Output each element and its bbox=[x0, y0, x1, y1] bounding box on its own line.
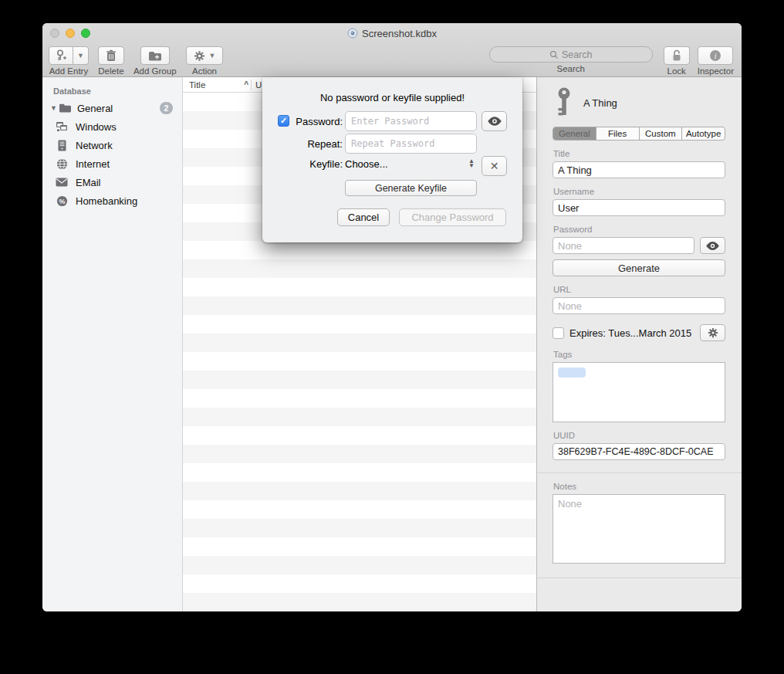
generate-keyfile-button[interactable]: Generate Keyfile bbox=[345, 180, 477, 196]
column-username-label: U bbox=[255, 80, 262, 90]
dialog-repeat-field[interactable] bbox=[345, 134, 477, 154]
title-field[interactable] bbox=[553, 161, 725, 178]
inspector-item: i Inspector bbox=[698, 46, 734, 76]
notes-placeholder: None bbox=[558, 498, 582, 510]
eye-icon bbox=[705, 241, 720, 251]
zoom-button[interactable] bbox=[81, 29, 90, 38]
add-group-label: Add Group bbox=[133, 66, 177, 76]
add-entry-item: ▼ Add Entry bbox=[49, 46, 89, 76]
clear-keyfile-button[interactable]: ✕ bbox=[482, 156, 507, 176]
sidebar-item-internet[interactable]: Internet bbox=[42, 154, 182, 173]
sidebar-item-network[interactable]: Network bbox=[42, 136, 182, 154]
folder-plus-icon bbox=[148, 50, 162, 62]
change-password-sheet: No password or keyfile supplied! ✓ Passw… bbox=[262, 77, 522, 242]
close-icon: ✕ bbox=[490, 160, 499, 172]
column-header-title[interactable]: Title ^ bbox=[183, 80, 251, 90]
column-title-label: Title bbox=[189, 80, 205, 90]
entry-header: A Thing bbox=[556, 86, 725, 119]
inspector-tabs: General Files Custom Autotype bbox=[553, 127, 725, 141]
tab-autotype[interactable]: Autotype bbox=[682, 127, 725, 140]
entry-title: A Thing bbox=[583, 97, 617, 109]
inspector-button[interactable]: i bbox=[698, 46, 733, 65]
expires-settings-button[interactable] bbox=[700, 324, 725, 341]
tab-general[interactable]: General bbox=[553, 127, 596, 140]
sidebar-group-general[interactable]: ▼ General 2 bbox=[42, 99, 182, 117]
eye-icon bbox=[487, 116, 502, 127]
action-item: ▼ Action bbox=[186, 46, 224, 76]
generate-password-button[interactable]: Generate bbox=[553, 259, 725, 276]
url-field[interactable] bbox=[553, 297, 725, 314]
action-label: Action bbox=[192, 66, 217, 76]
sheet-message: No password or keyfile supplied! bbox=[262, 92, 522, 103]
info-icon: i bbox=[709, 49, 721, 62]
sidebar-item-windows[interactable]: Windows bbox=[42, 117, 182, 136]
lock-button[interactable] bbox=[664, 46, 690, 65]
delete-label: Delete bbox=[98, 66, 123, 76]
disclosure-triangle-icon[interactable]: ▼ bbox=[50, 104, 58, 112]
delete-item: Delete bbox=[98, 46, 124, 76]
percent-icon: % bbox=[55, 195, 69, 207]
search-label: Search bbox=[556, 64, 584, 73]
tab-files[interactable]: Files bbox=[596, 127, 640, 140]
svg-text:i: i bbox=[715, 51, 717, 60]
notes-field[interactable]: None bbox=[553, 494, 725, 564]
tab-custom[interactable]: Custom bbox=[640, 127, 683, 140]
lock-item: Lock bbox=[664, 46, 690, 76]
chevron-down-icon: ▼ bbox=[209, 52, 216, 59]
key-plus-icon bbox=[55, 49, 67, 62]
add-entry-button[interactable] bbox=[49, 46, 73, 65]
sidebar-item-label: Windows bbox=[76, 121, 117, 133]
section-divider bbox=[537, 577, 742, 578]
delete-button[interactable] bbox=[98, 46, 124, 65]
tag-token[interactable] bbox=[558, 367, 586, 378]
titlebar[interactable]: Screenshot.kdbx bbox=[42, 23, 742, 43]
expires-checkbox[interactable] bbox=[553, 327, 564, 339]
add-entry-label: Add Entry bbox=[49, 66, 89, 76]
lock-label: Lock bbox=[667, 66, 686, 76]
search-input[interactable]: Search bbox=[489, 46, 653, 63]
window-title-text: Screenshot.kdbx bbox=[362, 28, 437, 39]
url-label: URL bbox=[553, 285, 725, 294]
uuid-label: UUID bbox=[553, 431, 725, 440]
notes-label: Notes bbox=[553, 482, 725, 491]
minimize-button[interactable] bbox=[66, 29, 75, 38]
sidebar-item-label: Network bbox=[76, 140, 113, 151]
username-field[interactable] bbox=[553, 199, 725, 216]
svg-text:%: % bbox=[59, 197, 65, 205]
expires-row: Expires: Tues...March 2015 bbox=[553, 324, 725, 341]
password-field[interactable] bbox=[553, 237, 694, 254]
add-entry-dropdown[interactable]: ▼ bbox=[73, 46, 89, 65]
dialog-password-field[interactable] bbox=[345, 111, 477, 131]
search-item: Search Search bbox=[489, 46, 653, 73]
dialog-show-password-button[interactable] bbox=[482, 111, 507, 131]
sidebar-item-label: Internet bbox=[76, 158, 110, 170]
uuid-field[interactable] bbox=[553, 443, 725, 460]
sidebar-item-homebanking[interactable]: % Homebanking bbox=[42, 191, 182, 210]
username-label: Username bbox=[553, 187, 725, 196]
change-password-button[interactable]: Change Password bbox=[399, 208, 506, 226]
document-icon bbox=[347, 28, 358, 39]
toolbar: ▼ Add Entry Delete bbox=[42, 43, 742, 76]
trash-icon bbox=[106, 49, 117, 62]
entry-count-badge: 2 bbox=[160, 102, 173, 114]
sidebar-item-email[interactable]: EMail bbox=[42, 173, 182, 191]
keyfile-popup[interactable]: Choose... bbox=[345, 158, 388, 170]
add-group-button[interactable] bbox=[140, 46, 170, 65]
dialog-password-label: Password: bbox=[262, 116, 343, 127]
action-button[interactable]: ▼ bbox=[186, 46, 224, 65]
unlocked-padlock-icon bbox=[671, 49, 682, 62]
close-button[interactable] bbox=[50, 29, 59, 38]
cancel-button[interactable]: Cancel bbox=[337, 208, 390, 226]
gear-icon bbox=[708, 327, 718, 338]
key-icon bbox=[556, 87, 573, 118]
inspector-panel: A Thing General Files Custom Autotype Ti… bbox=[536, 77, 742, 611]
section-divider bbox=[537, 472, 742, 473]
show-password-button[interactable] bbox=[700, 237, 725, 254]
tags-field[interactable] bbox=[553, 362, 725, 422]
window-title: Screenshot.kdbx bbox=[347, 28, 437, 39]
dialog-repeat-label: Repeat: bbox=[262, 138, 343, 150]
column-header-username[interactable]: U bbox=[252, 80, 262, 90]
envelope-icon bbox=[55, 176, 69, 188]
stepper-icon[interactable]: ▲▼ bbox=[468, 159, 475, 168]
windows-icon bbox=[55, 120, 69, 133]
